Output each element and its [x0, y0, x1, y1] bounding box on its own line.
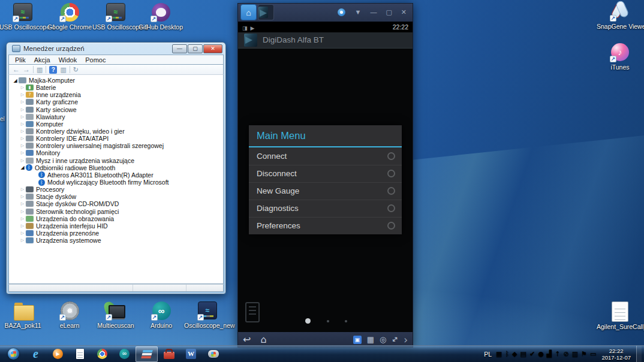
help-icon[interactable]: ? — [49, 66, 57, 74]
menu-item[interactable]: Akcja — [30, 56, 55, 64]
tray-app-dark-icon[interactable]: ● — [538, 351, 544, 358]
menu-item[interactable]: Widok — [55, 56, 82, 64]
show-desktop-button[interactable] — [636, 346, 642, 362]
menu-option[interactable]: Connect — [249, 147, 402, 165]
taskbar-word[interactable] — [180, 346, 202, 362]
tree-expander-icon[interactable]: ▷ — [19, 129, 26, 134]
taskbar-emulator[interactable] — [136, 346, 158, 362]
page-dot[interactable] — [305, 318, 311, 324]
close-button[interactable]: ✕ — [203, 44, 222, 53]
tree-item[interactable]: ◢ ᛒ Odbiorniki radiowe Bluetooth — [9, 164, 223, 171]
tree-expander-icon[interactable]: ◢ — [19, 165, 26, 170]
tree-item[interactable]: ᛒ Atheros AR3011 Bluetooth(R) Adapter — [9, 171, 223, 179]
desktop-icon[interactable]: ↗ SnapGene Viewer — [597, 1, 643, 30]
keymap-toggle-icon[interactable]: ▣ — [353, 336, 362, 344]
tree-expander-icon[interactable]: ▷ — [19, 136, 26, 141]
taskbar-toolbox[interactable] — [158, 346, 180, 362]
desktop-icon[interactable]: ↗ Multiecuscan — [92, 300, 139, 329]
tree-expander-icon[interactable]: ▷ — [19, 216, 26, 221]
tree-item[interactable]: ▷ Procesory — [9, 186, 223, 193]
radio-button[interactable] — [387, 204, 395, 212]
desktop-icon[interactable]: ∞ ↗ Arduino — [138, 300, 185, 329]
taskbar-chrome[interactable] — [91, 346, 113, 362]
tree-item[interactable]: ▷ Urządzenia systemowe — [9, 237, 223, 244]
back-button[interactable]: ← — [13, 65, 20, 74]
tree-expander-icon[interactable]: ▷ — [19, 231, 26, 236]
tree-expander-icon[interactable]: ▷ — [19, 85, 26, 90]
tree-expander-icon[interactable]: ▷ — [19, 143, 26, 148]
tree-item[interactable]: ▷ Stacje dysków — [9, 193, 223, 200]
tree-item[interactable]: ▷ Urządzenia do obrazowania — [9, 215, 223, 222]
desktop-icon[interactable]: ≈ ↗ Oscilloscope_new — [184, 300, 231, 329]
radio-button[interactable] — [387, 222, 395, 230]
radio-button[interactable] — [387, 187, 395, 195]
tray-usb-device-icon[interactable]: ↑ — [555, 351, 560, 358]
properties-icon[interactable]: ▥ — [60, 65, 66, 74]
clock[interactable]: 22:22 2017-12-07 — [601, 348, 631, 361]
tree-expander-icon[interactable]: ▷ — [19, 107, 26, 112]
taskbar-media-player[interactable] — [47, 346, 69, 362]
tray-app-orange-icon[interactable]: ◆ — [512, 351, 517, 358]
desktop-icon[interactable]: ↗ Agilent_SureCall_In... — [597, 301, 643, 330]
tree-item[interactable]: ◢ Majka-Komputer — [9, 77, 223, 84]
tree-expander-icon[interactable]: ▷ — [19, 201, 26, 206]
keyboard-icon[interactable]: ▦ — [367, 335, 374, 344]
emulator-home-tab[interactable]: ⌂ — [241, 5, 256, 20]
tray-action-center-flag-icon[interactable]: ⚑ — [581, 351, 587, 358]
page-dot[interactable] — [327, 320, 329, 322]
tree-item[interactable]: ▷ Monitory — [9, 149, 223, 156]
taskbar-internet-explorer[interactable]: e — [25, 346, 47, 362]
close-button[interactable]: ✕ — [401, 9, 407, 16]
tree-expander-icon[interactable]: ▷ — [19, 92, 26, 97]
maximize-button[interactable]: ▢ — [386, 9, 392, 16]
tree-expander-icon[interactable]: ▷ — [19, 194, 26, 199]
page-dot[interactable] — [345, 320, 347, 322]
fullscreen-icon[interactable]: ↕ — [390, 334, 401, 345]
menu-option[interactable]: Diagnostics — [249, 200, 402, 217]
toolbar-separator[interactable] — [33, 66, 34, 73]
menu-option[interactable]: Disconnect — [249, 165, 402, 182]
tree-expander-icon[interactable]: ▷ — [19, 99, 26, 104]
taskbar-game[interactable] — [202, 346, 224, 362]
tree-expander-icon[interactable]: ▷ — [19, 114, 26, 119]
radio-button[interactable] — [387, 170, 395, 177]
tray-keyboard-icon[interactable]: ▦ — [496, 351, 502, 358]
forward-button[interactable]: → — [23, 65, 30, 74]
back-button[interactable]: ↩ — [243, 334, 251, 345]
tree-item[interactable]: ▷ Karty sieciowe — [9, 106, 223, 113]
tree-expander-icon[interactable]: ▷ — [19, 122, 26, 126]
tree-expander-icon[interactable]: ▷ — [19, 224, 26, 228]
home-button[interactable]: ⌂ — [260, 334, 266, 345]
tree-item[interactable]: ▷ Klawiatury — [9, 113, 223, 120]
taskbar-arduino[interactable] — [113, 346, 136, 362]
desktop-icon[interactable]: ♪ ↗ iTunes — [597, 42, 643, 71]
visibility-icon[interactable]: ◎ — [380, 335, 386, 344]
taskbar-notepad[interactable] — [69, 346, 91, 362]
menu-option[interactable]: Preferences — [249, 217, 402, 234]
tree-item[interactable]: ᛒ Moduł wyliczający Bluetooth firmy Micr… — [9, 179, 223, 186]
tree-item[interactable]: ▷ Stacje dysków CD-ROM/DVD — [9, 200, 223, 207]
tray-antivirus-icon[interactable]: ✔ — [529, 351, 535, 358]
tree-expander-icon[interactable]: ◢ — [12, 78, 19, 83]
sidebar-expand-icon[interactable]: › — [404, 334, 408, 346]
desktop-icon[interactable]: ↗ eLearn — [46, 300, 93, 329]
tree-item[interactable]: ▷ Karty graficzne — [9, 98, 223, 105]
desktop-icon[interactable]: ↗ Google Chrome — [46, 2, 93, 31]
tree-item[interactable]: ▷ ▮ Baterie — [9, 84, 223, 91]
maximize-button[interactable]: ▢ — [188, 44, 203, 53]
desktop-icon[interactable]: ≈ ↗ USB Oscilloscope-2 — [92, 2, 139, 31]
scan-hardware-icon[interactable]: ↻ — [73, 65, 79, 74]
tree-item[interactable]: ▷ ? Inne urządzenia — [9, 91, 223, 98]
tree-item[interactable]: ▷ Komputer — [9, 120, 223, 128]
tray-bluetooth-icon[interactable]: ᛒ — [505, 351, 509, 358]
minimize-button[interactable]: — — [370, 9, 377, 16]
menu-item[interactable]: Plik — [11, 56, 30, 64]
tree-expander-icon[interactable]: ▷ — [19, 150, 26, 155]
menu-dropdown[interactable]: ▼ — [354, 9, 361, 16]
toolbar-separator[interactable] — [46, 66, 46, 73]
tree-expander-icon[interactable]: ▷ — [19, 209, 26, 214]
tray-display-icon[interactable]: ▭ — [590, 351, 596, 358]
menu-item[interactable]: Pomoc — [81, 56, 110, 64]
minimize-button[interactable]: — — [172, 44, 187, 53]
tray-clipboard-icon[interactable]: ▥ — [572, 351, 578, 358]
